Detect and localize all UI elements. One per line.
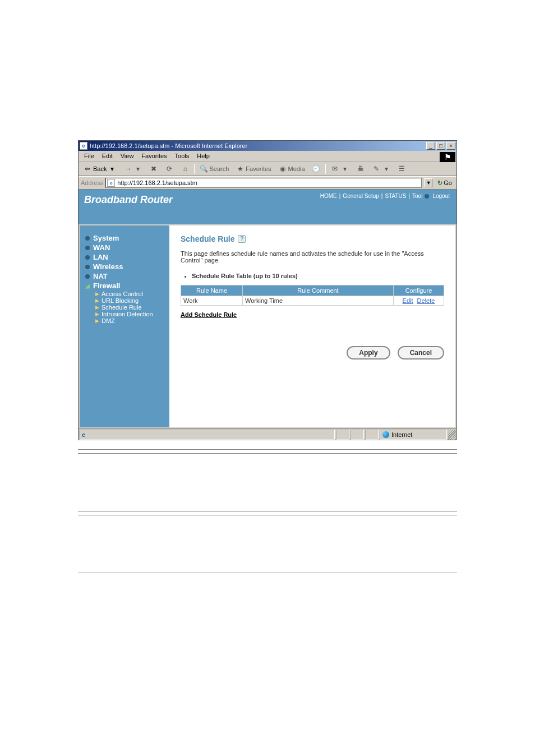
- nav-home[interactable]: HOME: [320, 193, 337, 199]
- back-button[interactable]: ⇦Back▾: [81, 163, 119, 174]
- menubar: File Edit View Favorites Tools Help: [79, 151, 456, 162]
- menu-edit[interactable]: Edit: [99, 152, 116, 160]
- content-panel: Schedule Rule ? This page defines schedu…: [169, 225, 455, 427]
- go-button[interactable]: ↻Go: [435, 179, 454, 187]
- divider: [78, 449, 457, 450]
- status-bar: e Internet: [79, 428, 456, 440]
- sidebar-item-system[interactable]: System: [85, 233, 169, 243]
- edit-link[interactable]: Edit: [403, 297, 413, 304]
- sidebar-item-firewall[interactable]: ◢Firewall: [85, 281, 169, 291]
- media-button[interactable]: ◉Media: [276, 163, 307, 174]
- cancel-button[interactable]: Cancel: [398, 346, 444, 359]
- forward-button[interactable]: →▾: [121, 163, 145, 174]
- dropdown-icon: ▾: [340, 164, 349, 173]
- col-configure: Configure: [394, 285, 444, 296]
- divider: [78, 511, 457, 511]
- menu-help[interactable]: Help: [193, 152, 213, 160]
- home-button[interactable]: ⌂: [178, 163, 192, 174]
- tri-icon: ▶: [95, 311, 99, 317]
- discuss-button[interactable]: ☰: [395, 163, 409, 174]
- forward-icon: →: [123, 164, 132, 173]
- menu-view[interactable]: View: [117, 152, 137, 160]
- stop-icon: ✖: [149, 164, 158, 173]
- go-icon: ↻: [437, 179, 442, 187]
- sidebar-sub-schedule-rule[interactable]: ▶Schedule Rule: [95, 304, 169, 311]
- history-icon: 🕘: [312, 164, 321, 173]
- menu-tools[interactable]: Tools: [172, 152, 193, 160]
- divider: [78, 573, 457, 573]
- status-cell: [365, 430, 379, 440]
- resize-grip[interactable]: [448, 430, 456, 440]
- globe-icon: [382, 431, 389, 438]
- col-rule-comment: Rule Comment: [243, 285, 394, 296]
- refresh-icon: ⟳: [165, 164, 174, 173]
- address-input-container[interactable]: e: [105, 178, 422, 188]
- print-icon: 🖶: [356, 164, 365, 173]
- panel-description: This page defines schedule rule names an…: [181, 250, 439, 264]
- dropdown-icon: ▾: [133, 164, 142, 173]
- favorites-icon: ★: [236, 164, 245, 173]
- discuss-icon: ☰: [398, 164, 407, 173]
- minimize-button[interactable]: _: [426, 142, 435, 150]
- bullet-icon: [85, 236, 90, 241]
- logout-dot-icon: [425, 194, 429, 199]
- edit-button[interactable]: ✎▾: [370, 163, 393, 174]
- sidebar-item-wireless[interactable]: Wireless: [85, 262, 169, 271]
- refresh-button[interactable]: ⟳: [163, 163, 176, 174]
- nav-tool[interactable]: Tool: [412, 193, 422, 199]
- mail-button[interactable]: ✉▾: [328, 163, 352, 174]
- menu-file[interactable]: File: [81, 152, 98, 160]
- back-icon: ⇦: [83, 164, 92, 173]
- print-button[interactable]: 🖶: [354, 163, 367, 174]
- search-button[interactable]: 🔍Search: [197, 163, 231, 174]
- ie-page-icon: e: [82, 431, 85, 438]
- sidebar: System WAN LAN Wireless NAT ◢Firewall ▶A…: [80, 225, 169, 427]
- sidebar-item-nat[interactable]: NAT: [85, 271, 169, 281]
- sidebar-sub-url-blocking[interactable]: ▶URL Blocking: [95, 297, 169, 304]
- nav-status[interactable]: STATUS: [385, 193, 406, 199]
- divider: [78, 453, 457, 454]
- sidebar-sub-dmz[interactable]: ▶DMZ: [95, 317, 169, 324]
- stop-button[interactable]: ✖: [147, 163, 160, 174]
- add-schedule-rule-link[interactable]: Add Schedule Rule: [181, 311, 237, 318]
- maximize-button[interactable]: □: [436, 142, 445, 150]
- apply-button[interactable]: Apply: [347, 346, 390, 359]
- schedule-rule-table: Rule Name Rule Comment Configure Work Wo…: [181, 285, 444, 306]
- favicon-icon: e: [107, 179, 115, 187]
- address-dropdown[interactable]: ▼: [424, 178, 433, 187]
- separator: [194, 164, 195, 174]
- sidebar-item-lan[interactable]: LAN: [85, 252, 169, 262]
- status-cell: [350, 430, 364, 440]
- dropdown-icon: ▾: [382, 164, 391, 173]
- ie-page-icon: e: [80, 142, 87, 150]
- home-icon: ⌂: [181, 164, 190, 173]
- cell-rule-name: Work: [181, 296, 243, 306]
- bullet-icon: [85, 255, 90, 260]
- col-rule-name: Rule Name: [181, 285, 243, 296]
- cell-rule-comment: Working Time: [243, 296, 394, 306]
- security-zone: Internet: [380, 430, 447, 440]
- panel-title: Schedule Rule ?: [181, 234, 246, 243]
- top-nav: HOME| General Setup| STATUS| Tool Logout: [320, 193, 450, 199]
- ie-throbber-icon: ⚑: [440, 152, 455, 162]
- sidebar-item-wan[interactable]: WAN: [85, 243, 169, 252]
- tri-icon: ▶: [95, 318, 99, 324]
- table-caption: Schedule Rule Table (up to 10 rules): [192, 273, 444, 279]
- table-row: Work Working Time Edit Delete: [181, 296, 444, 306]
- address-input[interactable]: [117, 179, 420, 186]
- status-cell: [336, 430, 349, 440]
- help-icon[interactable]: ?: [238, 235, 246, 243]
- sidebar-sub-intrusion-detection[interactable]: ▶Intrusion Detection: [95, 311, 169, 317]
- history-button[interactable]: 🕘: [310, 163, 323, 174]
- menu-favorites[interactable]: Favorites: [138, 152, 170, 160]
- bullet-icon: [85, 265, 90, 269]
- nav-logout[interactable]: Logout: [432, 193, 450, 199]
- nav-general-setup[interactable]: General Setup: [343, 193, 379, 199]
- bullet-icon: [85, 246, 90, 250]
- cell-configure: Edit Delete: [394, 296, 444, 306]
- favorites-button[interactable]: ★Favorites: [233, 163, 273, 174]
- delete-link[interactable]: Delete: [417, 297, 435, 304]
- sidebar-sub-access-control[interactable]: ▶Access Control: [95, 291, 169, 297]
- close-button[interactable]: ×: [446, 142, 455, 150]
- status-message: e: [79, 430, 335, 440]
